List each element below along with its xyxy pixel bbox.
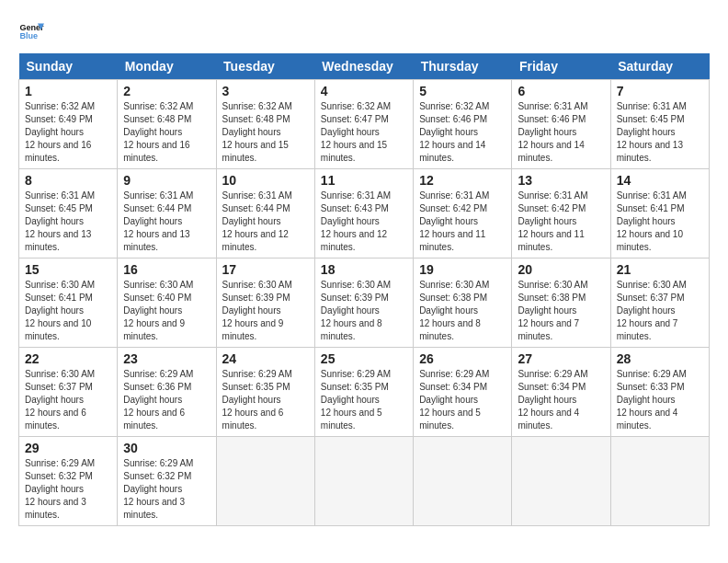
day-info: Sunrise: 6:29 AM Sunset: 6:34 PM Dayligh… xyxy=(518,368,604,432)
calendar-day-2: 2 Sunrise: 6:32 AM Sunset: 6:48 PM Dayli… xyxy=(118,80,216,169)
day-number: 2 xyxy=(123,84,210,98)
day-info: Sunrise: 6:32 AM Sunset: 6:48 PM Dayligh… xyxy=(222,100,309,165)
day-number: 11 xyxy=(321,173,407,188)
calendar-day-8: 8 Sunrise: 6:31 AM Sunset: 6:45 PM Dayli… xyxy=(19,169,118,259)
calendar: SundayMondayTuesdayWednesdayThursdayFrid… xyxy=(18,53,710,526)
calendar-day-14: 14 Sunrise: 6:31 AM Sunset: 6:41 PM Dayl… xyxy=(610,169,709,259)
calendar-week-3: 15 Sunrise: 6:30 AM Sunset: 6:41 PM Dayl… xyxy=(19,259,710,348)
calendar-day-29: 29 Sunrise: 6:29 AM Sunset: 6:32 PM Dayl… xyxy=(19,437,118,526)
day-number: 23 xyxy=(123,351,210,366)
day-header-tuesday: Tuesday xyxy=(216,53,314,80)
calendar-day-9: 9 Sunrise: 6:31 AM Sunset: 6:44 PM Dayli… xyxy=(118,169,216,259)
day-number: 17 xyxy=(222,262,309,277)
day-info: Sunrise: 6:30 AM Sunset: 6:38 PM Dayligh… xyxy=(419,279,506,343)
day-info: Sunrise: 6:31 AM Sunset: 6:42 PM Dayligh… xyxy=(419,190,506,254)
day-info: Sunrise: 6:29 AM Sunset: 6:33 PM Dayligh… xyxy=(617,368,703,432)
calendar-day-11: 11 Sunrise: 6:31 AM Sunset: 6:43 PM Dayl… xyxy=(314,169,413,259)
day-info: Sunrise: 6:30 AM Sunset: 6:39 PM Dayligh… xyxy=(222,279,309,343)
day-number: 20 xyxy=(518,262,604,277)
calendar-day-10: 10 Sunrise: 6:31 AM Sunset: 6:44 PM Dayl… xyxy=(216,169,314,259)
day-number: 30 xyxy=(123,441,210,455)
day-info: Sunrise: 6:32 AM Sunset: 6:48 PM Dayligh… xyxy=(123,100,210,165)
day-number: 27 xyxy=(518,351,604,366)
day-number: 15 xyxy=(25,262,111,277)
day-info: Sunrise: 6:30 AM Sunset: 6:40 PM Dayligh… xyxy=(123,279,210,343)
day-number: 25 xyxy=(321,351,407,366)
calendar-day-12: 12 Sunrise: 6:31 AM Sunset: 6:42 PM Dayl… xyxy=(414,169,512,259)
day-number: 24 xyxy=(222,351,309,366)
logo: General Blue xyxy=(18,18,48,44)
day-info: Sunrise: 6:29 AM Sunset: 6:36 PM Dayligh… xyxy=(123,368,210,432)
day-info: Sunrise: 6:29 AM Sunset: 6:35 PM Dayligh… xyxy=(222,368,309,432)
calendar-day-13: 13 Sunrise: 6:31 AM Sunset: 6:42 PM Dayl… xyxy=(512,169,610,259)
day-info: Sunrise: 6:31 AM Sunset: 6:46 PM Dayligh… xyxy=(518,100,604,165)
calendar-day-16: 16 Sunrise: 6:30 AM Sunset: 6:40 PM Dayl… xyxy=(118,259,216,348)
calendar-week-1: 1 Sunrise: 6:32 AM Sunset: 6:49 PM Dayli… xyxy=(19,80,710,169)
calendar-day-25: 25 Sunrise: 6:29 AM Sunset: 6:35 PM Dayl… xyxy=(314,348,413,437)
day-info: Sunrise: 6:31 AM Sunset: 6:42 PM Dayligh… xyxy=(518,190,604,254)
day-number: 13 xyxy=(518,173,604,188)
day-info: Sunrise: 6:32 AM Sunset: 6:47 PM Dayligh… xyxy=(321,100,407,165)
day-info: Sunrise: 6:29 AM Sunset: 6:35 PM Dayligh… xyxy=(321,368,407,432)
day-number: 12 xyxy=(419,173,506,188)
svg-text:Blue: Blue xyxy=(19,31,38,40)
calendar-empty xyxy=(512,437,610,526)
day-info: Sunrise: 6:32 AM Sunset: 6:46 PM Dayligh… xyxy=(419,100,506,165)
day-header-wednesday: Wednesday xyxy=(314,53,413,80)
day-info: Sunrise: 6:31 AM Sunset: 6:44 PM Dayligh… xyxy=(123,190,210,254)
calendar-day-17: 17 Sunrise: 6:30 AM Sunset: 6:39 PM Dayl… xyxy=(216,259,314,348)
header: General Blue xyxy=(18,18,710,44)
calendar-day-30: 30 Sunrise: 6:29 AM Sunset: 6:32 PM Dayl… xyxy=(118,437,216,526)
calendar-week-5: 29 Sunrise: 6:29 AM Sunset: 6:32 PM Dayl… xyxy=(19,437,710,526)
calendar-day-1: 1 Sunrise: 6:32 AM Sunset: 6:49 PM Dayli… xyxy=(19,80,118,169)
day-number: 1 xyxy=(25,84,111,98)
day-info: Sunrise: 6:30 AM Sunset: 6:37 PM Dayligh… xyxy=(617,279,703,343)
day-header-thursday: Thursday xyxy=(414,53,512,80)
calendar-day-22: 22 Sunrise: 6:30 AM Sunset: 6:37 PM Dayl… xyxy=(19,348,118,437)
calendar-header: SundayMondayTuesdayWednesdayThursdayFrid… xyxy=(19,53,710,80)
calendar-body: 1 Sunrise: 6:32 AM Sunset: 6:49 PM Dayli… xyxy=(19,80,710,526)
calendar-day-20: 20 Sunrise: 6:30 AM Sunset: 6:38 PM Dayl… xyxy=(512,259,610,348)
calendar-empty xyxy=(414,437,512,526)
day-header-monday: Monday xyxy=(118,53,216,80)
day-info: Sunrise: 6:29 AM Sunset: 6:34 PM Dayligh… xyxy=(419,368,506,432)
day-number: 19 xyxy=(419,262,506,277)
calendar-day-26: 26 Sunrise: 6:29 AM Sunset: 6:34 PM Dayl… xyxy=(414,348,512,437)
calendar-day-24: 24 Sunrise: 6:29 AM Sunset: 6:35 PM Dayl… xyxy=(216,348,314,437)
calendar-day-5: 5 Sunrise: 6:32 AM Sunset: 6:46 PM Dayli… xyxy=(414,80,512,169)
day-info: Sunrise: 6:30 AM Sunset: 6:38 PM Dayligh… xyxy=(518,279,604,343)
calendar-empty xyxy=(314,437,413,526)
calendar-day-6: 6 Sunrise: 6:31 AM Sunset: 6:46 PM Dayli… xyxy=(512,80,610,169)
day-number: 21 xyxy=(617,262,703,277)
day-number: 26 xyxy=(419,351,506,366)
day-number: 6 xyxy=(518,84,604,98)
calendar-empty xyxy=(216,437,314,526)
day-info: Sunrise: 6:31 AM Sunset: 6:45 PM Dayligh… xyxy=(25,190,111,254)
day-number: 16 xyxy=(123,262,210,277)
day-number: 29 xyxy=(25,441,111,455)
day-number: 5 xyxy=(419,84,506,98)
day-info: Sunrise: 6:29 AM Sunset: 6:32 PM Dayligh… xyxy=(25,457,111,522)
logo-icon: General Blue xyxy=(18,18,44,44)
day-number: 22 xyxy=(25,351,111,366)
day-number: 28 xyxy=(617,351,703,366)
calendar-day-28: 28 Sunrise: 6:29 AM Sunset: 6:33 PM Dayl… xyxy=(610,348,709,437)
calendar-week-4: 22 Sunrise: 6:30 AM Sunset: 6:37 PM Dayl… xyxy=(19,348,710,437)
day-header-saturday: Saturday xyxy=(610,53,709,80)
day-number: 9 xyxy=(123,173,210,188)
calendar-day-19: 19 Sunrise: 6:30 AM Sunset: 6:38 PM Dayl… xyxy=(414,259,512,348)
calendar-day-3: 3 Sunrise: 6:32 AM Sunset: 6:48 PM Dayli… xyxy=(216,80,314,169)
calendar-day-4: 4 Sunrise: 6:32 AM Sunset: 6:47 PM Dayli… xyxy=(314,80,413,169)
day-info: Sunrise: 6:31 AM Sunset: 6:44 PM Dayligh… xyxy=(222,190,309,254)
day-number: 7 xyxy=(617,84,703,98)
day-info: Sunrise: 6:31 AM Sunset: 6:41 PM Dayligh… xyxy=(617,190,703,254)
calendar-day-15: 15 Sunrise: 6:30 AM Sunset: 6:41 PM Dayl… xyxy=(19,259,118,348)
day-number: 14 xyxy=(617,173,703,188)
day-info: Sunrise: 6:30 AM Sunset: 6:39 PM Dayligh… xyxy=(321,279,407,343)
day-number: 18 xyxy=(321,262,407,277)
day-info: Sunrise: 6:30 AM Sunset: 6:37 PM Dayligh… xyxy=(25,368,111,432)
day-info: Sunrise: 6:31 AM Sunset: 6:43 PM Dayligh… xyxy=(321,190,407,254)
day-number: 8 xyxy=(25,173,111,188)
calendar-day-18: 18 Sunrise: 6:30 AM Sunset: 6:39 PM Dayl… xyxy=(314,259,413,348)
day-number: 4 xyxy=(321,84,407,98)
